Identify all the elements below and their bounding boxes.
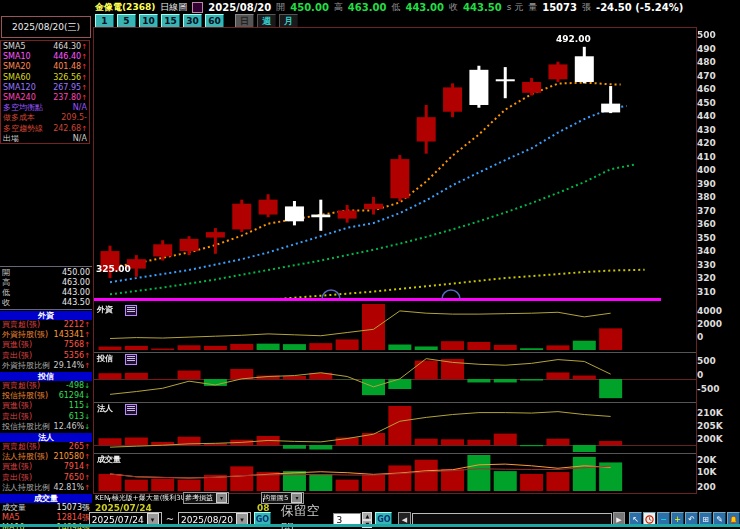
pane-axis-tick: 0 bbox=[697, 370, 703, 380]
pane-axis-tick: 210K bbox=[697, 408, 723, 418]
interval-button-30[interactable]: 30 bbox=[183, 14, 202, 28]
chart-area bbox=[93, 27, 697, 494]
y-axis-tick: 370 bbox=[697, 206, 716, 216]
y-axis-tick: 470 bbox=[697, 71, 716, 81]
high-price-annotation: 492.00 bbox=[556, 34, 591, 44]
down-arrow-icon: ↓ bbox=[84, 382, 90, 390]
stat-value: -498↓ bbox=[66, 381, 90, 391]
pane-settings-icon[interactable] bbox=[125, 404, 137, 415]
interval-button-10[interactable]: 10 bbox=[139, 14, 158, 28]
stat-value: 143341↑ bbox=[54, 330, 90, 340]
down-arrow-icon: ↓ bbox=[84, 392, 90, 400]
pane-axis-tick: 200K bbox=[697, 434, 723, 444]
indicator-dropdown-1-value: 參考損益 bbox=[185, 493, 213, 503]
stat-value: 7568↑ bbox=[64, 340, 90, 350]
up-arrow-icon: ↑ bbox=[81, 43, 87, 51]
stat-label: SMA240 bbox=[3, 93, 36, 103]
pane-settings-icon[interactable] bbox=[125, 305, 137, 316]
stat-label: 法人持股(張) bbox=[2, 452, 48, 462]
down-arrow-icon: ↓ bbox=[84, 423, 90, 431]
stat-label: 收 bbox=[2, 298, 10, 308]
stat-row: 買進(張)7568↑ bbox=[2, 340, 90, 350]
stat-label: 買賣超(張) bbox=[2, 442, 40, 452]
stat-row: SMA120267.95↑ bbox=[3, 83, 87, 93]
stepper-up-icon[interactable]: ▲ bbox=[362, 512, 372, 520]
section-header: 投信 bbox=[0, 372, 92, 381]
stat-row: 低443.00 bbox=[2, 288, 90, 298]
candlestick-chart-canvas[interactable] bbox=[94, 28, 696, 493]
stat-label: SMA60 bbox=[3, 73, 31, 83]
stat-value: 42.81%↑ bbox=[54, 483, 90, 493]
stat-value: 2212↑ bbox=[64, 320, 90, 330]
stat-label: 買進(張) bbox=[2, 340, 32, 350]
open-label: 開 bbox=[276, 1, 285, 14]
low-value: 443.00 bbox=[405, 2, 444, 13]
stat-value: N/A bbox=[73, 134, 87, 144]
stat-value: 5356↑ bbox=[64, 351, 90, 361]
stat-label: 買進(張) bbox=[2, 401, 32, 411]
pane-axis-tick: 0 bbox=[697, 332, 703, 342]
window-bottom-edge bbox=[0, 524, 740, 527]
stat-label: 多空趨勢線 bbox=[3, 124, 43, 134]
stat-label: 投信持股(張) bbox=[2, 391, 48, 401]
pane-axis-tick: 2000 bbox=[697, 319, 722, 329]
interval-button-60[interactable]: 60 bbox=[205, 14, 224, 28]
period-day-button[interactable]: 日 bbox=[235, 14, 254, 28]
stat-value: 463.00 bbox=[62, 278, 90, 288]
close-value: 443.50 bbox=[463, 2, 502, 13]
up-arrow-icon: ↑ bbox=[84, 362, 90, 370]
y-axis-tick: 350 bbox=[697, 233, 716, 243]
chevron-down-icon[interactable]: ▾ bbox=[216, 493, 227, 503]
sidebar: 2025/08/20(三) SMA5464.30↑SMA10446.40↑SMA… bbox=[0, 14, 92, 529]
up-arrow-icon: ↑ bbox=[84, 463, 90, 471]
up-arrow-icon: ↑ bbox=[84, 443, 90, 451]
stat-value: 209.5- bbox=[61, 113, 87, 123]
y-axis-tick: 490 bbox=[697, 44, 716, 54]
period-month-button[interactable]: 月 bbox=[279, 14, 298, 28]
x-axis-tick bbox=[109, 498, 110, 502]
stat-label: 買賣超(張) bbox=[2, 320, 40, 330]
stat-sections: 外資買賣超(張)2212↑外資持股(張)143341↑買進(張)7568↑賣出(… bbox=[0, 311, 92, 529]
up-arrow-icon: ↑ bbox=[84, 341, 90, 349]
pane-label-4: 成交量 bbox=[97, 454, 121, 465]
pane-settings-icon[interactable] bbox=[125, 354, 137, 365]
stat-row: 法人持股(張)210580↑ bbox=[2, 452, 90, 462]
sma-panel: SMA5464.30↑SMA10446.40↑SMA20401.48↑SMA60… bbox=[0, 40, 90, 144]
interval-button-15[interactable]: 15 bbox=[161, 14, 180, 28]
chart-settings-icon[interactable] bbox=[192, 2, 203, 13]
period-week-button[interactable]: 週 bbox=[257, 14, 276, 28]
y-axis-tick: 320 bbox=[697, 273, 716, 283]
section-header: 外資 bbox=[0, 311, 92, 320]
stat-row: 賣出(張)613↓ bbox=[2, 412, 90, 422]
stat-value: 237.80↑ bbox=[53, 93, 87, 103]
pane-axis-tick: 205K bbox=[697, 421, 723, 431]
stat-value: 12.46%↓ bbox=[54, 422, 90, 432]
indicator-dropdown-1[interactable]: 參考損益 ▾ bbox=[183, 492, 229, 504]
stat-row: 買進(張)7914↑ bbox=[2, 462, 90, 472]
stat-row: 開450.00 bbox=[2, 268, 90, 278]
stat-label: 法人持股比例 bbox=[2, 483, 50, 493]
y-axis-tick: 460 bbox=[697, 84, 716, 94]
y-axis-tick: 380 bbox=[697, 192, 716, 202]
interval-button-1[interactable]: 1 bbox=[95, 14, 114, 28]
high-label: 高 bbox=[334, 1, 343, 14]
stat-row: 多空均衡點N/A bbox=[3, 103, 87, 113]
stat-row: 買賣超(張)-498↓ bbox=[2, 381, 90, 391]
down-arrow-icon: ↓ bbox=[84, 413, 90, 421]
down-arrow-icon: ↓ bbox=[84, 402, 90, 410]
high-value: 463.00 bbox=[348, 2, 387, 13]
up-arrow-icon: ↑ bbox=[81, 74, 87, 82]
pane-axis-tick: 10K bbox=[697, 467, 717, 477]
stat-label: 賣出(張) bbox=[2, 473, 32, 483]
stat-value: 450.00 bbox=[62, 268, 90, 278]
interval-toolbar: 1510153060日週月 bbox=[95, 14, 298, 27]
pane-label-1: 外資 bbox=[97, 304, 113, 315]
stat-value: 446.40↑ bbox=[53, 52, 87, 62]
stat-value: 29.14%↑ bbox=[54, 361, 90, 371]
pane-label-3: 法人 bbox=[97, 403, 113, 414]
quote-header: 金像電(2368) 日線圖 2025/08/20 開 450.00 高 463.… bbox=[95, 0, 740, 14]
pane-axis-tick: -500 bbox=[697, 384, 720, 394]
stat-label: 多空均衡點 bbox=[3, 103, 43, 113]
interval-button-5[interactable]: 5 bbox=[117, 14, 136, 28]
stock-symbol: 金像電(2368) bbox=[95, 1, 155, 14]
